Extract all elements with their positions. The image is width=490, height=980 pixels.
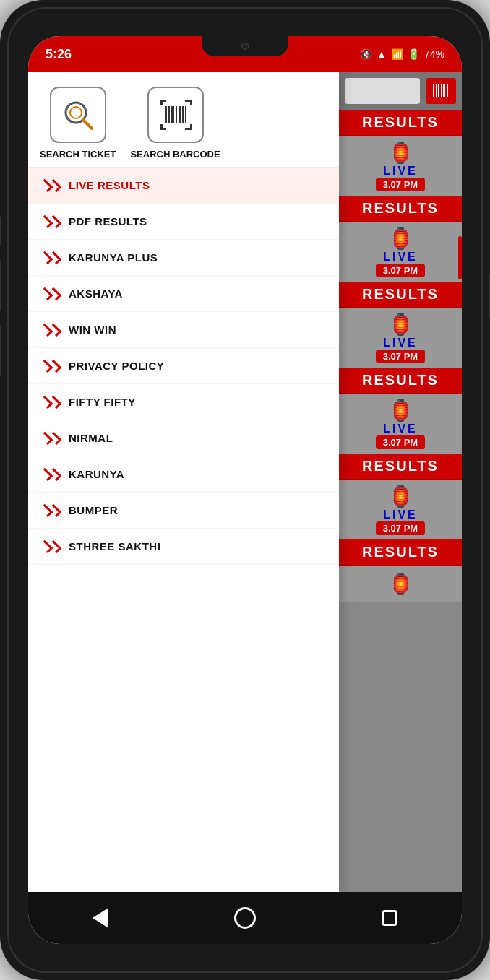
live-label-3: LIVE	[383, 337, 418, 350]
lottery-card-1[interactable]: RESULTS	[339, 110, 462, 136]
battery-icon: 🔋	[408, 48, 420, 60]
menu-item-karunya-plus[interactable]: KARUNYA PLUS	[28, 240, 339, 276]
search-barcode-item[interactable]: SEARCH BARCODE	[130, 87, 220, 160]
time-badge-3: 3.07 PM	[376, 350, 425, 363]
results-label-5: RESULTS	[362, 458, 439, 474]
svg-rect-11	[165, 106, 167, 123]
double-chevron-icon	[43, 324, 59, 336]
lottery-card-4[interactable]: RESULTS	[339, 368, 462, 394]
right-search-input[interactable]	[345, 78, 420, 104]
double-chevron-icon	[43, 396, 59, 408]
chevron-akshaya	[43, 288, 59, 300]
menu-label-live-results: LIVE RESULTS	[69, 179, 150, 191]
home-button[interactable]	[229, 902, 261, 934]
menu-item-bumper[interactable]: BUMPER	[28, 493, 339, 529]
svg-rect-12	[168, 106, 170, 123]
menu-item-akshaya[interactable]: AKSHAYA	[28, 276, 339, 312]
svg-rect-20	[438, 84, 439, 97]
svg-rect-18	[433, 84, 434, 97]
time-badge-5: 3.07 PM	[376, 521, 425, 535]
svg-rect-13	[171, 106, 174, 123]
svg-rect-5	[185, 100, 191, 102]
chevron-pdf-results	[43, 216, 59, 227]
right-barcode-button[interactable]	[426, 78, 456, 104]
menu-label-fifty-fifty: FIFTY FIFTY	[69, 396, 136, 408]
menu-item-karunya[interactable]: KARUNYA	[28, 456, 339, 493]
time-badge-1: 3.07 PM	[376, 178, 425, 191]
home-icon	[234, 907, 256, 929]
right-search-bar	[339, 72, 462, 110]
svg-rect-23	[447, 84, 448, 97]
volume-down-button[interactable]	[0, 260, 1, 311]
svg-rect-16	[182, 106, 184, 123]
search-barcode-svg	[158, 97, 194, 133]
lamp-icon-6: 🏮	[388, 572, 413, 596]
camera	[241, 43, 249, 50]
double-chevron-icon	[43, 288, 59, 300]
double-chevron-icon	[43, 252, 59, 264]
menu-item-fifty-fifty[interactable]: FIFTY FIFTY	[28, 384, 339, 420]
mute-icon: 🔇	[360, 48, 372, 60]
svg-rect-4	[160, 100, 163, 105]
status-icons: 🔇 ▲ 📶 🔋 74%	[360, 48, 444, 60]
svg-rect-15	[179, 106, 181, 123]
double-chevron-icon	[43, 541, 59, 552]
lottery-card-5[interactable]: RESULTS	[339, 454, 462, 480]
wifi-icon: ▲	[377, 48, 387, 60]
card-body-1: 🏮 LIVE 3.07 PM	[339, 136, 462, 196]
recent-button[interactable]	[374, 902, 405, 934]
svg-line-1	[83, 120, 92, 129]
card-body-6: 🏮	[339, 566, 462, 602]
notch	[202, 36, 288, 56]
back-button[interactable]	[85, 902, 116, 934]
chevron-live-results	[43, 180, 59, 191]
menu-item-privacy-policy[interactable]: PRIVACY POLICY	[28, 348, 339, 384]
chevron-sthree-sakthi	[43, 541, 59, 552]
volume-up-button[interactable]	[0, 217, 1, 246]
signal-icon: 📶	[391, 48, 403, 60]
svg-rect-10	[190, 124, 192, 130]
menu-label-akshaya: AKSHAYA	[69, 287, 123, 300]
lamp-icon-2: 🏮	[388, 227, 413, 251]
scroll-indicator	[458, 236, 462, 279]
double-chevron-icon	[43, 360, 59, 372]
svg-rect-21	[441, 84, 442, 97]
results-label-6: RESULTS	[362, 544, 439, 560]
menu-label-privacy-policy: PRIVACY POLICY	[69, 360, 164, 372]
menu-item-pdf-results[interactable]: PDF RESULTS	[28, 204, 339, 240]
search-ticket-item[interactable]: SEARCH TICKET	[40, 87, 116, 160]
lottery-card-6[interactable]: RESULTS	[339, 539, 462, 566]
search-barcode-icon-box	[147, 87, 204, 143]
live-label-2: LIVE	[383, 251, 418, 264]
menu-item-sthree-sakthi[interactable]: STHREE SAKTHI	[28, 529, 339, 565]
menu-item-live-results[interactable]: LIVE RESULTS	[28, 168, 339, 204]
menu-label-sthree-sakthi: STHREE SAKTHI	[69, 540, 160, 552]
live-label-1: LIVE	[383, 165, 418, 178]
svg-rect-9	[185, 128, 191, 130]
menu-label-karunya: KARUNYA	[69, 468, 124, 480]
menu-label-pdf-results: PDF RESULTS	[69, 215, 147, 227]
search-icons-row: SEARCH TICKET	[28, 72, 339, 168]
time-badge-4: 3.07 PM	[376, 435, 425, 449]
menu-label-bumper: BUMPER	[69, 504, 118, 516]
lamp-icon-3: 🏮	[388, 313, 413, 337]
silent-button[interactable]	[0, 325, 1, 376]
time-badge-2: 3.07 PM	[376, 264, 425, 277]
chevron-karunya	[43, 469, 59, 480]
chevron-privacy-policy	[43, 360, 59, 372]
menu-item-win-win[interactable]: WIN WIN	[28, 312, 339, 348]
search-ticket-icon-box	[50, 87, 106, 143]
svg-rect-14	[176, 106, 177, 123]
lottery-card-3[interactable]: RESULTS	[339, 282, 462, 308]
menu-item-nirmal[interactable]: NIRMAL	[28, 420, 339, 456]
menu-label-win-win: WIN WIN	[69, 324, 116, 336]
phone-screen: 5:26 🔇 ▲ 📶 🔋 74%	[28, 36, 462, 944]
back-icon	[93, 908, 108, 928]
barcode-icon	[433, 84, 449, 97]
recent-icon	[382, 910, 397, 926]
search-barcode-label: SEARCH BARCODE	[130, 149, 220, 160]
double-chevron-icon	[43, 433, 59, 444]
phone-frame: 5:26 🔇 ▲ 📶 🔋 74%	[0, 0, 490, 980]
lottery-card-2[interactable]: RESULTS	[339, 196, 462, 222]
search-ticket-svg	[60, 97, 96, 133]
